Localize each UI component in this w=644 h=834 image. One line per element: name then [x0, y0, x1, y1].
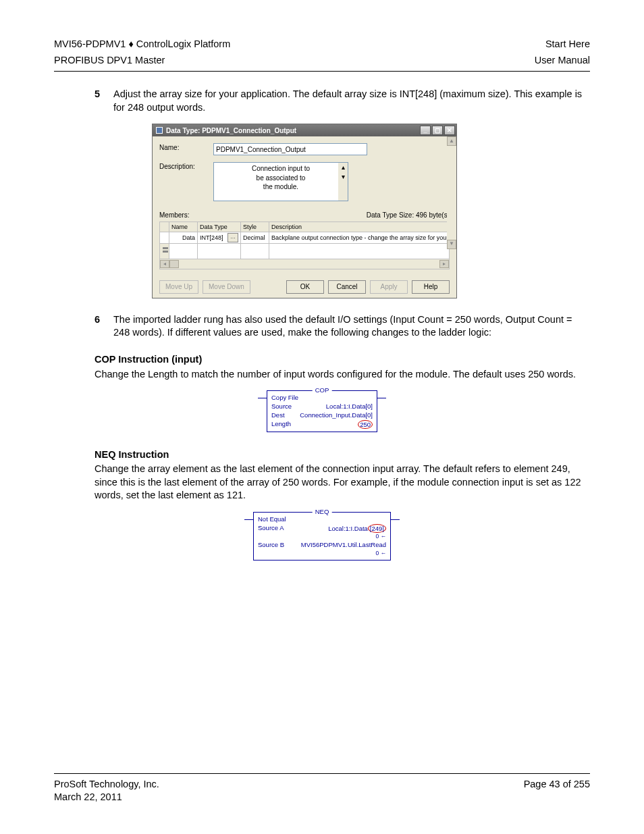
cell-type[interactable]: INT[248] … [198, 232, 241, 243]
textarea-scroll-up-icon[interactable]: ▴ [338, 163, 348, 172]
footer-left-1: ProSoft Technology, Inc. [54, 778, 159, 791]
hscroll-thumb[interactable] [169, 260, 179, 268]
neq-ladder-block: NEQ Not Equal Source A Local:1:I.Data[24… [253, 512, 391, 561]
header-right-2: User Manual [535, 54, 590, 68]
footer-right-1: Page 43 of 255 [524, 778, 590, 791]
window-icon [155, 126, 163, 134]
header-left-1: MVI56-PDPMV1 ♦ ControlLogix Platform [54, 38, 230, 51]
hscroll-right-icon[interactable]: ▸ [439, 260, 449, 268]
footer-rule [54, 773, 590, 774]
cop-heading: COP Instruction (input) [95, 353, 590, 367]
table-header-row: Name Data Type Style Description [160, 221, 450, 232]
header-style[interactable]: Style [241, 221, 269, 232]
ok-button[interactable]: OK [286, 280, 324, 294]
apply-button[interactable]: Apply [370, 280, 408, 294]
dialog-titlebar[interactable]: Data Type: PDPMV1_Connection_Output _ ▢ … [153, 124, 456, 136]
table-row[interactable]: Data INT[248] … Decimal Backplane output… [160, 232, 450, 243]
cop-dest-label: Dest [271, 411, 285, 420]
type-browse-button[interactable]: … [227, 233, 238, 242]
header-rule [54, 71, 590, 72]
cop-source-label: Source [271, 402, 292, 411]
minimize-button[interactable]: _ [420, 126, 431, 135]
cell-style[interactable]: Decimal [241, 232, 269, 243]
step-5-num: 5 [95, 88, 113, 114]
description-textarea[interactable]: Connection input to be associated to the… [213, 162, 348, 201]
cop-length-label: Length [271, 420, 291, 429]
svg-rect-2 [163, 247, 168, 249]
neq-sourceb-live: 0 ← [258, 550, 386, 557]
members-table[interactable]: Name Data Type Style Description Data IN… [159, 221, 450, 259]
neq-sourcea-live: 0 ← [258, 533, 386, 540]
description-label: Description: [159, 162, 213, 172]
neq-sourcea-val: Local:1:I.Data[249] [328, 524, 386, 533]
name-input[interactable] [213, 143, 367, 155]
neq-heading: NEQ Instruction [95, 448, 590, 462]
cell-desc[interactable]: Backplane output connection type - chang… [269, 232, 450, 243]
cop-legend: COP [313, 386, 332, 395]
close-button[interactable]: ✕ [444, 126, 455, 135]
cop-length-val: 250 [358, 420, 373, 429]
footer-left-2: March 22, 2011 [54, 791, 122, 804]
svg-rect-3 [163, 251, 168, 253]
hscroll-left-icon[interactable]: ◂ [160, 260, 169, 268]
header-desc[interactable]: Description [269, 221, 450, 232]
cop-source-val: Local:1:I.Data[0] [326, 402, 373, 411]
header-left-2: PROFIBUS DPV1 Master [54, 54, 165, 68]
move-down-button[interactable]: Move Down [203, 280, 250, 294]
neq-sourcea-label: Source A [258, 524, 284, 533]
header-name[interactable]: Name [169, 221, 198, 232]
dialog-scrollbar[interactable]: ▲ ▼ [447, 136, 456, 249]
scroll-down-icon[interactable]: ▼ [447, 240, 456, 249]
data-type-dialog: Data Type: PDPMV1_Connection_Output _ ▢ … [152, 124, 457, 298]
neq-line1: Not Equal [258, 515, 286, 524]
neq-legend: NEQ [313, 508, 332, 517]
scroll-up-icon[interactable]: ▲ [447, 136, 456, 146]
cop-dest-val: Connection_Input.Data[0] [300, 411, 373, 420]
step-6-text: The imported ladder rung has also used t… [113, 313, 590, 340]
maximize-button[interactable]: ▢ [432, 126, 443, 135]
header-right-1: Start Here [545, 38, 590, 51]
cop-line1: Copy File [271, 394, 298, 402]
table-row[interactable] [160, 243, 450, 259]
name-label: Name: [159, 143, 213, 153]
step-5-text: Adjust the array size for your applicati… [113, 88, 590, 114]
step-6: 6 The imported ladder rung has also used… [95, 313, 590, 340]
description-value: Connection input to be associated to the… [216, 164, 346, 192]
neq-sourceb-val: MVI56PDPMV1.Util.LastRead [301, 541, 386, 550]
cell-name[interactable]: Data [169, 232, 198, 243]
step-6-num: 6 [95, 313, 113, 340]
table-hscroll[interactable]: ◂ ▸ [159, 259, 450, 269]
header-type[interactable]: Data Type [198, 221, 241, 232]
row-handle-icon [162, 246, 169, 253]
cop-paragraph: Change the Length to match the number of… [95, 368, 590, 382]
neq-sourceb-label: Source B [258, 541, 284, 550]
dialog-title: Data Type: PDPMV1_Connection_Output [166, 126, 419, 136]
cell-type-value: INT[248] [200, 234, 223, 242]
help-button[interactable]: Help [412, 280, 450, 294]
step-5: 5 Adjust the array size for your applica… [95, 88, 590, 114]
members-label: Members: [159, 211, 189, 220]
textarea-scroll-down-icon[interactable]: ▾ [338, 172, 348, 182]
cancel-button[interactable]: Cancel [328, 280, 366, 294]
cop-ladder-block: COP Copy File SourceLocal:1:I.Data[0] De… [267, 390, 377, 432]
neq-paragraph: Change the array element as the last ele… [95, 463, 590, 502]
move-up-button[interactable]: Move Up [159, 280, 198, 294]
svg-rect-1 [157, 128, 162, 133]
data-type-size: Data Type Size: 496 byte(s) [367, 211, 450, 220]
